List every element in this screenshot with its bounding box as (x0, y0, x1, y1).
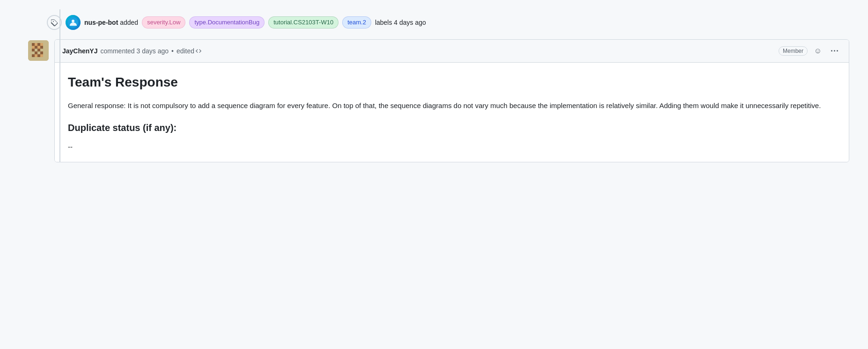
timeline-connector (59, 9, 60, 162)
svg-rect-3 (32, 43, 35, 46)
member-badge: Member (779, 46, 808, 56)
comment-dashes: -- (68, 143, 836, 151)
comment-subtitle: Duplicate status (if any): (68, 123, 836, 133)
svg-rect-11 (32, 49, 35, 51)
svg-rect-21 (37, 54, 40, 57)
comment-section: JayChenYJ commented 3 days ago • edited … (28, 39, 849, 162)
comment-header-left: JayChenYJ commented 3 days ago • edited (62, 47, 201, 55)
user-avatar (28, 40, 49, 61)
label-severity-low[interactable]: severity.Low (142, 16, 185, 29)
svg-rect-19 (32, 54, 35, 57)
comment-edited-button[interactable]: edited (177, 47, 201, 55)
svg-rect-18 (40, 51, 43, 54)
comment-meta: commented 3 days ago (100, 47, 169, 55)
svg-rect-16 (35, 51, 37, 54)
svg-rect-6 (40, 43, 43, 46)
svg-rect-14 (40, 49, 43, 51)
activity-row: nus-pe-bot added severity.Low type.Docum… (0, 9, 868, 36)
svg-rect-8 (35, 46, 37, 49)
svg-rect-5 (37, 43, 40, 46)
emoji-button[interactable]: ☺ (811, 44, 824, 58)
bot-avatar (66, 15, 81, 30)
svg-rect-10 (40, 46, 43, 49)
label-tutorial[interactable]: tutorial.CS2103T-W10 (268, 16, 338, 29)
activity-suffix: labels 4 days ago (375, 19, 426, 26)
comment-header: JayChenYJ commented 3 days ago • edited … (55, 40, 849, 63)
svg-point-1 (72, 20, 74, 22)
more-options-button[interactable]: ··· (828, 44, 841, 58)
comment-box: JayChenYJ commented 3 days ago • edited … (54, 39, 849, 162)
svg-rect-4 (35, 43, 37, 46)
svg-rect-7 (32, 46, 35, 49)
comment-separator: • (171, 47, 174, 55)
svg-rect-13 (37, 49, 40, 51)
comment-header-right: Member ☺ ··· (779, 44, 841, 58)
comment-author[interactable]: JayChenYJ (62, 47, 97, 55)
svg-rect-15 (32, 51, 35, 54)
comment-paragraph: General response: It is not compulsory t… (68, 100, 836, 111)
svg-rect-12 (35, 49, 37, 51)
label-team[interactable]: team.2 (342, 16, 371, 29)
comment-body: Team's Response General response: It is … (55, 63, 849, 162)
comment-title: Team's Response (68, 74, 836, 91)
svg-rect-9 (37, 46, 40, 49)
activity-author: nus-pe-bot added (84, 19, 138, 26)
label-doc-bug[interactable]: type.DocumentationBug (189, 16, 265, 29)
svg-rect-17 (37, 51, 40, 54)
svg-rect-20 (35, 54, 37, 57)
svg-rect-22 (40, 54, 43, 57)
